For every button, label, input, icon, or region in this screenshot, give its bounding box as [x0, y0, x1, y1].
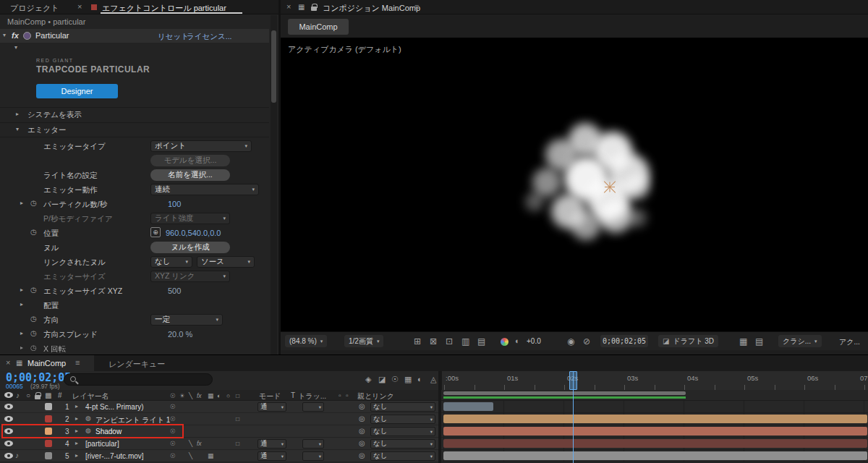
blend-mode-dropdown[interactable]: 通▾ [258, 439, 286, 449]
shy-icon[interactable]: ☉ [170, 441, 176, 447]
comp-viewport[interactable]: アクティブカメラ (デフォルト) [281, 38, 868, 331]
layer-name-column-header[interactable]: レイヤー名 [72, 391, 109, 402]
emitter-type-dropdown[interactable]: ポイント▾ [150, 140, 252, 152]
exposure-icon[interactable]: ◐ [515, 337, 520, 345]
timeline-splitter[interactable] [438, 371, 441, 463]
time-ruler[interactable]: :00s 01s 02s 03s 04s 05s 06s 07s [441, 371, 868, 390]
chevron-right-icon[interactable]: ▸ [75, 416, 78, 422]
layer-duration-bar[interactable] [443, 402, 493, 411]
scrollbar-thumb[interactable] [271, 30, 276, 103]
blend-mode-dropdown[interactable]: 通▾ [258, 402, 286, 412]
effect-name[interactable]: Particular [35, 31, 69, 40]
pickwhip-icon[interactable]: ◎ [359, 440, 365, 447]
particles-per-sec-value[interactable]: 100 [168, 200, 181, 208]
show-system-row[interactable]: ▸ システムを表示 [0, 107, 269, 122]
guides-icon[interactable]: ▤ [477, 337, 485, 346]
eye-icon[interactable] [4, 416, 13, 422]
tab-project[interactable]: プロジェクト [10, 3, 59, 14]
license-link[interactable]: ライセンス... [187, 32, 231, 42]
lock-icon[interactable] [311, 7, 317, 11]
chevron-down-icon[interactable]: ▾ [14, 45, 17, 51]
emitter-group-row[interactable]: ▾ エミッター [0, 122, 269, 137]
fast-previews-icon[interactable]: ▦ [739, 337, 747, 346]
chevron-right-icon[interactable]: ▸ [20, 302, 23, 307]
chevron-right-icon[interactable]: ▸ [75, 404, 78, 409]
choose-grid-icon[interactable]: ⊞ [414, 337, 421, 346]
shy-icon[interactable]: ☉ [170, 453, 176, 459]
frame-blend-icon[interactable]: ▦ [208, 453, 213, 459]
shy-icon[interactable]: ☉ [170, 404, 176, 410]
choose-name-button[interactable]: 名前を選択... [150, 169, 230, 181]
label-swatch[interactable] [45, 415, 52, 422]
parent-dropdown[interactable]: なし▾ [370, 427, 435, 436]
breadcrumb[interactable]: MainComp • particular [7, 17, 85, 26]
emitter-size-xyz-value[interactable]: 500 [168, 286, 181, 295]
chevron-right-icon[interactable]: ▸ [20, 200, 23, 206]
pickwhip-icon[interactable]: ◎ [359, 428, 365, 435]
linked-null-source-dropdown[interactable]: ソース▾ [197, 256, 255, 268]
tab-timeline-maincomp[interactable]: MainComp [27, 359, 66, 368]
chevron-right-icon[interactable]: ▸ [20, 331, 23, 336]
designer-button[interactable]: Designer [36, 84, 118, 98]
motion-blur-toggle-icon[interactable]: ◐ [417, 375, 422, 383]
zoom-dropdown[interactable]: (84.8 %)▾ [285, 335, 327, 347]
chevron-right-icon[interactable]: ▸ [75, 441, 78, 446]
linked-null-dropdown[interactable]: なし▾ [150, 256, 192, 268]
track-matte-dropdown[interactable]: ▾ [302, 439, 324, 449]
reset-link[interactable]: リセット [158, 32, 189, 42]
label-swatch[interactable] [45, 452, 52, 459]
shy-icon[interactable]: ☉ [170, 416, 176, 422]
audio-icon[interactable]: ♪ [15, 452, 19, 459]
parent-dropdown[interactable]: なし▾ [370, 402, 435, 412]
layer-row[interactable]: 1 ▸ 4-pt Sc... Primary) ☉ 通▾ ▾ ◎ なし▾ [0, 401, 868, 413]
eye-icon[interactable] [4, 404, 13, 409]
layer-row[interactable]: 4 ▸ [particular] ☉ ╲ fx □ 通▾ ▾ ◎ なし▾ [0, 438, 868, 450]
layer-duration-bar[interactable] [443, 427, 867, 436]
tab-render-queue[interactable]: レンダーキュー [109, 359, 165, 370]
chevron-right-icon[interactable]: ▸ [75, 453, 78, 459]
pickwhip-icon[interactable]: ◎ [359, 403, 365, 410]
chevron-down-icon[interactable]: ▾ [3, 33, 6, 38]
layer-name[interactable]: [particular] [85, 440, 119, 448]
track-matte-column-header[interactable]: トラッ... [298, 391, 326, 402]
panel-menu-icon[interactable]: ≡ [414, 2, 419, 11]
mode-column-header[interactable]: モード [259, 391, 281, 402]
chevron-right-icon[interactable]: ▸ [20, 287, 23, 293]
3d-layer-icon[interactable]: □ [236, 416, 239, 422]
layer-duration-bar[interactable] [443, 439, 867, 448]
stopwatch-icon[interactable]: ◷ [30, 200, 37, 207]
layer-name[interactable]: 4-pt Sc... Primary) [85, 403, 144, 411]
quality-icon[interactable]: ╲ [189, 441, 192, 447]
eye-icon[interactable] [4, 453, 13, 459]
show-channels-icon[interactable] [501, 338, 509, 346]
direction-dropdown[interactable]: 一定▾ [150, 314, 223, 326]
renderer-dropdown[interactable]: クラシ...▾ [778, 335, 822, 347]
choose-model-button[interactable]: モデルを選択... [150, 155, 230, 166]
work-area-bar[interactable] [443, 391, 686, 395]
hide-shy-layers-icon[interactable]: ☉ [391, 375, 399, 383]
stopwatch-icon[interactable]: ◷ [30, 229, 37, 236]
create-null-button[interactable]: ヌルを作成 [150, 242, 230, 253]
close-icon[interactable]: × [6, 358, 10, 367]
label-swatch[interactable] [45, 440, 52, 447]
parent-dropdown[interactable]: なし▾ [370, 451, 435, 461]
quality-icon[interactable]: ╲ [189, 453, 192, 459]
panel-menu-icon[interactable]: ≡ [75, 358, 80, 367]
chevron-right-icon[interactable]: ▸ [20, 345, 23, 351]
track-matte-dropdown[interactable]: ▾ [302, 402, 324, 412]
search-input[interactable] [64, 373, 213, 386]
stopwatch-icon[interactable]: ◷ [30, 286, 37, 294]
layer-duration-bar[interactable] [443, 451, 867, 460]
3d-layer-icon[interactable]: □ [236, 441, 239, 447]
close-icon[interactable]: × [286, 2, 291, 11]
layer-row[interactable]: ♪ 5 ▸ [river-...7-utc.mov] ☉ ╲ ▦ 通▾ ▾ ◎ … [0, 450, 868, 462]
close-icon[interactable]: × [77, 2, 82, 11]
parent-dropdown[interactable]: なし▾ [370, 415, 435, 424]
direction-spread-value[interactable]: 20.0 % [168, 330, 192, 339]
eye-icon[interactable] [4, 441, 13, 446]
t-column-header[interactable]: T [291, 391, 295, 399]
view-dropdown-truncated[interactable]: アク... [839, 337, 860, 347]
stopwatch-icon[interactable]: ◷ [30, 330, 37, 337]
graph-editor-icon[interactable]: ◬ [430, 375, 436, 383]
view-camera-label[interactable]: アクティブカメラ (デフォルト) [288, 44, 401, 55]
